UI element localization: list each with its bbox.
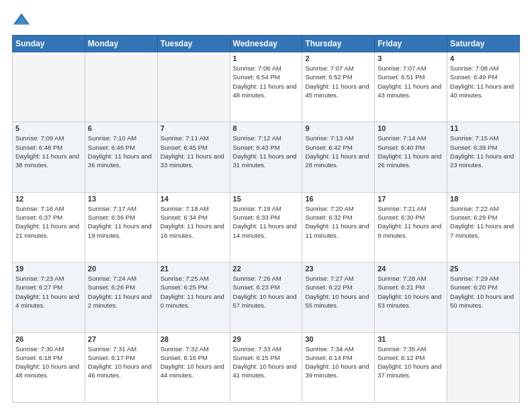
calendar-cell: 12Sunrise: 7:16 AM Sunset: 6:37 PM Dayli… bbox=[13, 192, 85, 262]
calendar-week-5: 26Sunrise: 7:30 AM Sunset: 6:18 PM Dayli… bbox=[13, 332, 520, 402]
day-info: Sunrise: 7:07 AM Sunset: 6:51 PM Dayligh… bbox=[378, 64, 444, 99]
day-number: 29 bbox=[233, 335, 300, 343]
calendar-cell: 28Sunrise: 7:32 AM Sunset: 6:16 PM Dayli… bbox=[157, 332, 230, 402]
day-info: Sunrise: 7:27 AM Sunset: 6:22 PM Dayligh… bbox=[305, 274, 371, 310]
day-number: 13 bbox=[88, 195, 154, 203]
calendar-cell: 29Sunrise: 7:33 AM Sunset: 6:15 PM Dayli… bbox=[230, 332, 302, 402]
calendar-cell: 6Sunrise: 7:10 AM Sunset: 6:46 PM Daylig… bbox=[85, 122, 157, 192]
day-info: Sunrise: 7:17 AM Sunset: 6:36 PM Dayligh… bbox=[88, 204, 154, 240]
day-number: 31 bbox=[378, 335, 444, 343]
calendar-header-thursday: Thursday bbox=[302, 36, 375, 52]
calendar-cell: 11Sunrise: 7:15 AM Sunset: 6:39 PM Dayli… bbox=[447, 122, 520, 192]
day-info: Sunrise: 7:10 AM Sunset: 6:46 PM Dayligh… bbox=[88, 134, 154, 169]
day-number: 17 bbox=[378, 195, 444, 203]
day-info: Sunrise: 7:35 AM Sunset: 6:12 PM Dayligh… bbox=[378, 345, 444, 380]
calendar-cell: 25Sunrise: 7:29 AM Sunset: 6:20 PM Dayli… bbox=[447, 263, 520, 332]
calendar-cell bbox=[85, 52, 157, 122]
calendar-cell bbox=[157, 52, 230, 122]
day-info: Sunrise: 7:09 AM Sunset: 6:48 PM Dayligh… bbox=[15, 134, 82, 169]
calendar-week-2: 5Sunrise: 7:09 AM Sunset: 6:48 PM Daylig… bbox=[13, 122, 520, 192]
calendar-cell: 15Sunrise: 7:19 AM Sunset: 6:33 PM Dayli… bbox=[230, 192, 302, 262]
calendar-cell: 19Sunrise: 7:23 AM Sunset: 6:27 PM Dayli… bbox=[13, 263, 85, 332]
day-info: Sunrise: 7:23 AM Sunset: 6:27 PM Dayligh… bbox=[15, 274, 82, 310]
day-info: Sunrise: 7:13 AM Sunset: 6:42 PM Dayligh… bbox=[305, 134, 371, 169]
day-number: 6 bbox=[88, 124, 154, 132]
day-info: Sunrise: 7:08 AM Sunset: 6:49 PM Dayligh… bbox=[450, 64, 517, 99]
day-number: 3 bbox=[378, 54, 444, 62]
day-info: Sunrise: 7:25 AM Sunset: 6:25 PM Dayligh… bbox=[161, 274, 227, 310]
day-number: 11 bbox=[450, 124, 517, 132]
calendar-table: SundayMondayTuesdayWednesdayThursdayFrid… bbox=[12, 35, 520, 403]
calendar-cell: 26Sunrise: 7:30 AM Sunset: 6:18 PM Dayli… bbox=[13, 332, 85, 402]
day-info: Sunrise: 7:22 AM Sunset: 6:29 PM Dayligh… bbox=[450, 204, 517, 240]
logo bbox=[12, 11, 34, 30]
day-info: Sunrise: 7:24 AM Sunset: 6:26 PM Dayligh… bbox=[88, 274, 154, 310]
calendar-header-wednesday: Wednesday bbox=[230, 36, 302, 52]
calendar-week-3: 12Sunrise: 7:16 AM Sunset: 6:37 PM Dayli… bbox=[13, 192, 520, 262]
day-number: 30 bbox=[305, 335, 371, 343]
calendar-cell: 7Sunrise: 7:11 AM Sunset: 6:45 PM Daylig… bbox=[157, 122, 230, 192]
day-number: 27 bbox=[88, 335, 154, 343]
day-info: Sunrise: 7:31 AM Sunset: 6:17 PM Dayligh… bbox=[88, 345, 154, 380]
header bbox=[12, 11, 520, 30]
day-info: Sunrise: 7:16 AM Sunset: 6:37 PM Dayligh… bbox=[15, 204, 82, 240]
day-info: Sunrise: 7:28 AM Sunset: 6:21 PM Dayligh… bbox=[378, 274, 444, 310]
calendar-cell: 21Sunrise: 7:25 AM Sunset: 6:25 PM Dayli… bbox=[157, 263, 230, 332]
calendar-cell: 24Sunrise: 7:28 AM Sunset: 6:21 PM Dayli… bbox=[375, 263, 447, 332]
day-info: Sunrise: 7:11 AM Sunset: 6:45 PM Dayligh… bbox=[161, 134, 227, 169]
day-number: 7 bbox=[161, 124, 227, 132]
day-number: 24 bbox=[378, 265, 444, 273]
calendar-cell: 10Sunrise: 7:14 AM Sunset: 6:40 PM Dayli… bbox=[375, 122, 447, 192]
calendar-cell: 20Sunrise: 7:24 AM Sunset: 6:26 PM Dayli… bbox=[85, 263, 157, 332]
calendar-cell: 5Sunrise: 7:09 AM Sunset: 6:48 PM Daylig… bbox=[13, 122, 85, 192]
calendar-header-sunday: Sunday bbox=[13, 36, 85, 52]
calendar-cell: 14Sunrise: 7:18 AM Sunset: 6:34 PM Dayli… bbox=[157, 192, 230, 262]
calendar-cell: 9Sunrise: 7:13 AM Sunset: 6:42 PM Daylig… bbox=[302, 122, 375, 192]
logo-icon bbox=[12, 11, 31, 30]
day-number: 22 bbox=[233, 265, 300, 273]
day-info: Sunrise: 7:12 AM Sunset: 6:43 PM Dayligh… bbox=[233, 134, 300, 169]
day-number: 14 bbox=[161, 195, 227, 203]
day-info: Sunrise: 7:26 AM Sunset: 6:23 PM Dayligh… bbox=[233, 274, 300, 310]
calendar-cell: 31Sunrise: 7:35 AM Sunset: 6:12 PM Dayli… bbox=[375, 332, 447, 402]
day-number: 19 bbox=[15, 265, 82, 273]
day-number: 2 bbox=[305, 54, 371, 62]
day-number: 5 bbox=[15, 124, 82, 132]
day-number: 8 bbox=[233, 124, 300, 132]
day-number: 25 bbox=[450, 265, 517, 273]
day-number: 12 bbox=[15, 195, 82, 203]
calendar-cell: 2Sunrise: 7:07 AM Sunset: 6:52 PM Daylig… bbox=[302, 52, 375, 122]
day-info: Sunrise: 7:33 AM Sunset: 6:15 PM Dayligh… bbox=[233, 345, 300, 380]
calendar-cell bbox=[13, 52, 85, 122]
day-info: Sunrise: 7:20 AM Sunset: 6:32 PM Dayligh… bbox=[305, 204, 371, 240]
day-number: 21 bbox=[161, 265, 227, 273]
day-info: Sunrise: 7:32 AM Sunset: 6:16 PM Dayligh… bbox=[161, 345, 227, 380]
day-info: Sunrise: 7:06 AM Sunset: 6:54 PM Dayligh… bbox=[233, 64, 300, 99]
calendar-header-tuesday: Tuesday bbox=[157, 36, 230, 52]
calendar-cell: 4Sunrise: 7:08 AM Sunset: 6:49 PM Daylig… bbox=[447, 52, 520, 122]
calendar-header-monday: Monday bbox=[85, 36, 157, 52]
calendar-cell: 3Sunrise: 7:07 AM Sunset: 6:51 PM Daylig… bbox=[375, 52, 447, 122]
calendar-cell: 8Sunrise: 7:12 AM Sunset: 6:43 PM Daylig… bbox=[230, 122, 302, 192]
calendar-cell: 30Sunrise: 7:34 AM Sunset: 6:14 PM Dayli… bbox=[302, 332, 375, 402]
day-info: Sunrise: 7:21 AM Sunset: 6:30 PM Dayligh… bbox=[378, 204, 444, 240]
calendar-header-saturday: Saturday bbox=[447, 36, 520, 52]
calendar-header-row: SundayMondayTuesdayWednesdayThursdayFrid… bbox=[13, 36, 520, 52]
calendar-cell: 27Sunrise: 7:31 AM Sunset: 6:17 PM Dayli… bbox=[85, 332, 157, 402]
calendar-cell: 18Sunrise: 7:22 AM Sunset: 6:29 PM Dayli… bbox=[447, 192, 520, 262]
calendar-cell: 17Sunrise: 7:21 AM Sunset: 6:30 PM Dayli… bbox=[375, 192, 447, 262]
day-number: 10 bbox=[378, 124, 444, 132]
day-info: Sunrise: 7:29 AM Sunset: 6:20 PM Dayligh… bbox=[450, 274, 517, 310]
day-number: 23 bbox=[305, 265, 371, 273]
day-number: 9 bbox=[305, 124, 371, 132]
calendar-week-1: 1Sunrise: 7:06 AM Sunset: 6:54 PM Daylig… bbox=[13, 52, 520, 122]
calendar-cell: 16Sunrise: 7:20 AM Sunset: 6:32 PM Dayli… bbox=[302, 192, 375, 262]
calendar-cell: 1Sunrise: 7:06 AM Sunset: 6:54 PM Daylig… bbox=[230, 52, 302, 122]
calendar-cell bbox=[447, 332, 520, 402]
calendar-cell: 23Sunrise: 7:27 AM Sunset: 6:22 PM Dayli… bbox=[302, 263, 375, 332]
calendar-header-friday: Friday bbox=[375, 36, 447, 52]
day-number: 1 bbox=[233, 54, 300, 62]
day-number: 4 bbox=[450, 54, 517, 62]
day-number: 16 bbox=[305, 195, 371, 203]
calendar-week-4: 19Sunrise: 7:23 AM Sunset: 6:27 PM Dayli… bbox=[13, 263, 520, 332]
